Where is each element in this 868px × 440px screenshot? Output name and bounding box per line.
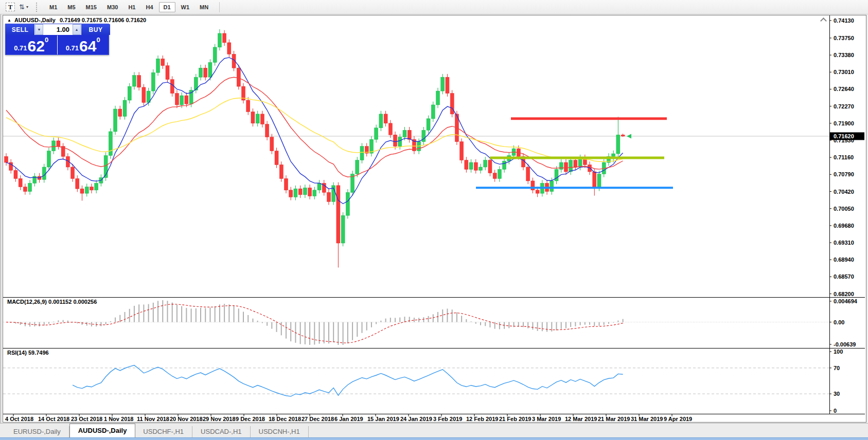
buy-button[interactable]: BUY (81, 24, 110, 35)
candle-body[interactable] (279, 165, 283, 179)
timeframe-button-M15[interactable]: M15 (81, 2, 101, 12)
candle-body[interactable] (109, 132, 112, 156)
candle-body[interactable] (597, 174, 601, 188)
candle-body[interactable] (427, 119, 430, 130)
candle-body[interactable] (450, 94, 454, 114)
candle-body[interactable] (526, 167, 530, 181)
candle-body[interactable] (360, 146, 364, 160)
candle-body[interactable] (398, 137, 402, 146)
candle-body[interactable] (114, 109, 117, 132)
candle-body[interactable] (346, 192, 349, 215)
candle-body[interactable] (498, 170, 501, 179)
candle-body[interactable] (327, 192, 330, 201)
candle-body[interactable] (536, 190, 539, 193)
candle-body[interactable] (493, 173, 497, 179)
candle-body[interactable] (199, 68, 203, 77)
candle-body[interactable] (123, 100, 127, 116)
volume-increase-button[interactable]: ▲ (73, 24, 81, 35)
chart-tab-3[interactable]: USDCAD-,H1 (192, 426, 250, 437)
candle-body[interactable] (308, 188, 312, 196)
candle-body[interactable] (384, 114, 387, 123)
candle-body[interactable] (388, 123, 392, 135)
candle-body[interactable] (341, 215, 345, 243)
chart-tab-2[interactable]: USDCHF-,H1 (135, 426, 192, 437)
candle-body[interactable] (593, 172, 596, 188)
candle-body[interactable] (5, 156, 8, 162)
candle-body[interactable] (559, 162, 563, 169)
candle-body[interactable] (151, 72, 155, 91)
timeframe-button-W1[interactable]: W1 (176, 2, 194, 12)
candle-body[interactable] (246, 100, 250, 112)
candle-body[interactable] (313, 190, 316, 196)
candle-body[interactable] (612, 154, 615, 156)
candle-body[interactable] (85, 187, 88, 194)
candle-body[interactable] (298, 189, 302, 195)
candle-body[interactable] (185, 96, 188, 104)
candle-body[interactable] (555, 170, 558, 181)
candle-body[interactable] (265, 124, 269, 137)
candle-body[interactable] (616, 135, 620, 154)
ma-mid-red[interactable] (6, 77, 623, 177)
candle-body[interactable] (137, 76, 141, 87)
sell-button[interactable]: SELL (6, 24, 34, 35)
candle-body[interactable] (132, 76, 136, 87)
candle-body[interactable] (42, 167, 46, 179)
candle-body[interactable] (289, 190, 293, 197)
timeframe-button-M1[interactable]: M1 (45, 2, 62, 12)
candle-body[interactable] (465, 160, 468, 170)
chart-tab-1[interactable]: AUDUSD-,Daily (69, 424, 136, 437)
arrange-tool-button[interactable]: ⇅ ▾ (17, 2, 30, 13)
text-tool-button[interactable]: T (4, 2, 16, 13)
timeframe-button-M30[interactable]: M30 (102, 2, 122, 12)
timeframe-button-MN[interactable]: MN (195, 2, 213, 12)
candle-body[interactable] (80, 189, 84, 193)
candle-body[interactable] (19, 178, 22, 187)
candle-body[interactable] (57, 141, 60, 146)
timeframe-button-H4[interactable]: H4 (141, 2, 157, 12)
buy-price-button[interactable]: 0.71 64 0 (58, 35, 109, 54)
candle-body[interactable] (294, 189, 297, 197)
candle-body[interactable] (564, 162, 568, 172)
candle-body[interactable] (142, 87, 146, 103)
price-arrow-marker[interactable] (627, 134, 631, 138)
candle-body[interactable] (166, 66, 169, 80)
candle-body[interactable] (270, 137, 274, 151)
candle-body[interactable] (574, 160, 577, 167)
candle-body[interactable] (256, 114, 259, 123)
sell-price-button[interactable]: 0.71 62 0 (6, 35, 57, 54)
timeframe-button-D1[interactable]: D1 (159, 2, 175, 12)
candle-body[interactable] (356, 160, 359, 174)
candle-body[interactable] (394, 135, 397, 146)
candle-body[interactable] (621, 135, 625, 136)
candle-body[interactable] (569, 160, 573, 172)
candle-body[interactable] (303, 188, 307, 194)
candle-body[interactable] (436, 91, 440, 105)
ma-fast-blue[interactable] (6, 58, 623, 204)
candle-body[interactable] (28, 183, 32, 191)
volume-decrease-button[interactable]: ▼ (35, 24, 43, 35)
candle-body[interactable] (218, 33, 221, 47)
candle-body[interactable] (474, 162, 477, 170)
candle-body[interactable] (484, 160, 487, 167)
candle-body[interactable] (446, 77, 449, 93)
candle-body[interactable] (14, 170, 17, 178)
candle-body[interactable] (95, 183, 98, 190)
candle-body[interactable] (223, 33, 226, 43)
candle-body[interactable] (408, 130, 411, 139)
candle-body[interactable] (317, 183, 321, 190)
candle-body[interactable] (156, 59, 160, 72)
candle-body[interactable] (251, 112, 255, 123)
candle-body[interactable] (379, 114, 383, 128)
chart-tab-0[interactable]: EURUSD-,Daily (5, 426, 69, 437)
candle-body[interactable] (237, 68, 240, 86)
candle-body[interactable] (227, 43, 231, 54)
chart-tab-4[interactable]: USDCNH-,H1 (251, 426, 309, 437)
candle-body[interactable] (479, 167, 483, 170)
candle-body[interactable] (375, 128, 378, 139)
candle-body[interactable] (469, 162, 473, 169)
candle-body[interactable] (118, 109, 122, 116)
candle-body[interactable] (441, 77, 445, 91)
candle-body[interactable] (175, 94, 179, 105)
candle-body[interactable] (213, 47, 217, 63)
candle-body[interactable] (284, 178, 288, 190)
